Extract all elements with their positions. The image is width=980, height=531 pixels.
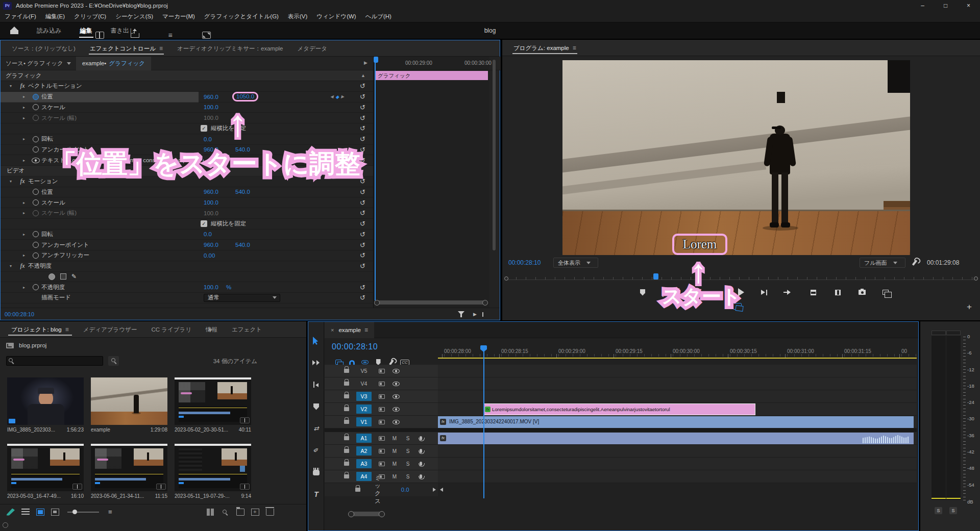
expander-icon[interactable]: ▸ (23, 116, 30, 120)
mark-in-icon[interactable]: { (656, 285, 670, 300)
expander-icon[interactable]: ▸ (23, 232, 30, 237)
expander-icon[interactable]: ▾ (10, 84, 17, 88)
item-thumbnail[interactable] (7, 377, 84, 425)
mute-button[interactable]: M (391, 436, 398, 441)
audio-clip[interactable]: fx (438, 433, 914, 444)
project-item[interactable]: 2023-05-06_21-34-11... 11:15 (91, 444, 167, 499)
source-patch-icon[interactable] (379, 369, 385, 373)
toggle-track-output-icon[interactable] (393, 394, 400, 399)
reset-icon[interactable]: ↺ (360, 262, 365, 270)
track-target-button[interactable]: V2 (356, 404, 372, 414)
expander-icon[interactable]: ▸ (23, 105, 30, 110)
audio-track-header[interactable]: A2 M S (325, 445, 438, 458)
mix-value[interactable]: 0.0 (401, 487, 409, 493)
reset-icon[interactable]: ↺ (360, 104, 365, 111)
effect-property-row[interactable]: ✓ ✎ ビデオ ◀◆▶ ↺ (1, 166, 373, 176)
property-value-x[interactable]: 0.0 (204, 231, 233, 237)
effect-property-row[interactable]: ▸ ✓ ✎ スケール (幅) 100.0 ◀◆▶ ↺ (1, 208, 373, 219)
solo-button[interactable]: S (404, 474, 411, 479)
audio-track-header[interactable]: A1 M S (325, 432, 438, 445)
tab-project[interactable]: プロジェクト: blog≡ (8, 321, 72, 338)
menu-item[interactable]: ヘルプ(H) (361, 13, 396, 20)
item-thumbnail[interactable] (175, 377, 251, 425)
item-name[interactable]: 2023-05-02_20-30-51... (175, 427, 228, 433)
effect-property-row[interactable]: ▸ ✓ ✎ スケール (幅) 100.0 ◀◆▶ ↺ (1, 113, 373, 123)
video-clip[interactable]: fxIMG_3885_202303242240017.MOV [V] (438, 416, 914, 428)
source-patch-icon[interactable] (379, 474, 385, 479)
icon-view-icon[interactable] (36, 509, 44, 516)
program-video-frame[interactable] (562, 60, 910, 255)
menu-item[interactable]: クリップ(C) (69, 13, 111, 20)
toggle-track-output-icon[interactable] (393, 369, 400, 373)
effect-property-row[interactable]: ✓ ✎ 縦横比を固定 ◀◆▶ ↺ (1, 219, 373, 230)
reset-icon[interactable]: ↺ (360, 82, 365, 90)
reset-icon[interactable]: ↺ (360, 135, 365, 143)
sync-status-icon[interactable] (3, 522, 8, 528)
effect-property-row[interactable]: ▸ ✓ ✎ テキスト (Lorem ipsum dolor sit amet, … (1, 155, 373, 166)
source-graphic-tab[interactable]: ソース• グラフィック (6, 60, 71, 67)
property-value-x[interactable]: 100.0 (204, 210, 233, 216)
track-target-button[interactable]: A4 (356, 472, 372, 481)
step-forward-icon[interactable] (757, 285, 771, 300)
property-icon[interactable] (30, 250, 41, 261)
property-icon[interactable] (30, 197, 41, 208)
project-item[interactable]: IMG_3885_202303... 1:56:23 (7, 377, 84, 433)
effect-property-row[interactable]: ✓ ✎ 描画モード 通常 ◀◆▶ ↺ (1, 293, 373, 304)
source-patch-icon[interactable] (379, 436, 385, 441)
property-icon[interactable] (30, 103, 41, 113)
reset-icon[interactable]: ↺ (360, 157, 365, 164)
lock-icon[interactable] (344, 420, 349, 424)
graphic-clip[interactable]: fxLoremipsumdolorsitamet,consecteturadip… (483, 403, 755, 415)
effects-vertical-scrollbar[interactable] (493, 60, 496, 250)
video-track-header[interactable]: V2 (325, 403, 438, 416)
home-icon[interactable] (10, 28, 18, 34)
collapse-icon[interactable]: ▲ (361, 70, 365, 81)
property-icon[interactable] (30, 113, 41, 123)
property-value-x[interactable]: 0.0 (204, 136, 233, 142)
toggle-track-output-icon[interactable] (393, 382, 400, 386)
graphic-section-header[interactable]: グラフィック ▲ (1, 70, 373, 81)
panel-menu-icon[interactable]: ≡ (573, 44, 576, 52)
lift-icon[interactable] (806, 285, 820, 300)
reset-icon[interactable]: ↺ (360, 209, 365, 217)
freeform-view-icon[interactable] (51, 509, 59, 516)
app-menu-icon[interactable]: ≡ (166, 32, 175, 39)
playback-resolution-dropdown[interactable]: フル画面 (860, 258, 905, 268)
blend-mode-dropdown[interactable]: 通常 (204, 294, 280, 302)
project-file-name[interactable]: blog.prproj (19, 342, 46, 348)
expander-icon[interactable]: ▸ (23, 200, 30, 205)
property-icon[interactable] (30, 282, 41, 292)
solo-button[interactable]: S (404, 448, 411, 454)
reset-icon[interactable]: ↺ (360, 241, 365, 249)
menu-item[interactable]: ウィンドウ(W) (312, 13, 360, 20)
property-value-x[interactable]: 960.0 (204, 189, 233, 195)
reset-icon[interactable]: ↺ (360, 231, 365, 238)
project-item[interactable]: example 1:29:08 (91, 377, 167, 433)
export-frame-icon[interactable] (855, 285, 869, 300)
video-track-header[interactable]: V1 (325, 416, 438, 428)
voiceover-record-icon[interactable] (420, 449, 422, 453)
new-bin-icon[interactable] (236, 509, 244, 516)
toggle-track-output-icon[interactable] (393, 407, 400, 412)
property-value-y[interactable]: 1050.0 (232, 92, 258, 102)
mute-button[interactable]: M (391, 448, 398, 454)
track-target-button[interactable]: A2 (356, 446, 372, 456)
close-button[interactable]: × (957, 0, 980, 11)
tab-cc-libraries[interactable]: CC ライブラリ (148, 321, 194, 338)
item-name[interactable]: IMG_3885_202303... (7, 427, 55, 433)
expander-icon[interactable]: ▾ (10, 264, 17, 268)
play-icon[interactable] (734, 285, 748, 300)
effect-property-row[interactable]: ▾ ✓ ✎ 不透明度 ◀◆▶ ↺ (1, 261, 373, 272)
source-patch-icon[interactable] (379, 394, 385, 399)
expander-icon[interactable]: ▸ (23, 158, 30, 163)
audio-track-header[interactable]: A3 M S (325, 458, 438, 470)
timeline-ruler[interactable]: 00:00:28:0000:00:28:1500:00:29:0000:00:2… (438, 338, 917, 358)
play-in-to-out-icon[interactable] (780, 285, 794, 300)
mask-shape-buttons[interactable]: ✎ (48, 273, 82, 280)
search-input[interactable] (6, 356, 103, 366)
item-thumbnail[interactable] (91, 444, 167, 491)
extract-icon[interactable] (831, 285, 844, 300)
property-value-x[interactable]: 100.0 (204, 115, 233, 121)
toggle-track-output-icon[interactable] (393, 420, 400, 424)
tab-metadata[interactable]: メタデータ (294, 40, 330, 57)
